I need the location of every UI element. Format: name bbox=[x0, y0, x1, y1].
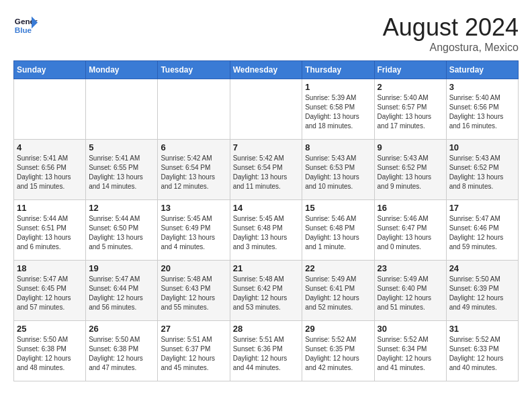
day-number: 24 bbox=[449, 263, 515, 273]
calendar-cell bbox=[230, 79, 302, 140]
day-info: Sunrise: 5:49 AM Sunset: 6:41 PM Dayligh… bbox=[305, 275, 371, 312]
day-info: Sunrise: 5:48 AM Sunset: 6:43 PM Dayligh… bbox=[161, 275, 226, 312]
title-block: August 2024 Angostura, Mexico bbox=[383, 13, 519, 54]
calendar-cell: 31Sunrise: 5:52 AM Sunset: 6:33 PM Dayli… bbox=[446, 321, 518, 381]
logo: General Blue bbox=[13, 13, 38, 38]
calendar-cell: 21Sunrise: 5:48 AM Sunset: 6:42 PM Dayli… bbox=[230, 261, 302, 321]
day-info: Sunrise: 5:42 AM Sunset: 6:54 PM Dayligh… bbox=[161, 154, 226, 191]
week-row-5: 25Sunrise: 5:50 AM Sunset: 6:38 PM Dayli… bbox=[14, 321, 519, 381]
day-number: 1 bbox=[305, 82, 371, 92]
calendar-cell: 17Sunrise: 5:47 AM Sunset: 6:46 PM Dayli… bbox=[446, 200, 518, 261]
day-info: Sunrise: 5:47 AM Sunset: 6:45 PM Dayligh… bbox=[17, 275, 83, 312]
calendar-cell: 15Sunrise: 5:46 AM Sunset: 6:48 PM Dayli… bbox=[302, 200, 374, 261]
day-number: 16 bbox=[378, 203, 443, 213]
header-saturday: Saturday bbox=[446, 61, 518, 79]
day-number: 26 bbox=[89, 324, 154, 334]
header-monday: Monday bbox=[86, 61, 158, 79]
day-number: 3 bbox=[449, 82, 515, 92]
day-info: Sunrise: 5:50 AM Sunset: 6:39 PM Dayligh… bbox=[449, 275, 515, 312]
day-info: Sunrise: 5:39 AM Sunset: 6:58 PM Dayligh… bbox=[305, 93, 371, 131]
day-info: Sunrise: 5:43 AM Sunset: 6:52 PM Dayligh… bbox=[449, 154, 515, 191]
calendar-cell: 29Sunrise: 5:52 AM Sunset: 6:35 PM Dayli… bbox=[302, 321, 374, 381]
calendar-cell: 19Sunrise: 5:47 AM Sunset: 6:44 PM Dayli… bbox=[86, 261, 158, 321]
calendar-cell: 13Sunrise: 5:45 AM Sunset: 6:49 PM Dayli… bbox=[158, 200, 230, 261]
day-info: Sunrise: 5:46 AM Sunset: 6:47 PM Dayligh… bbox=[378, 214, 443, 252]
day-info: Sunrise: 5:43 AM Sunset: 6:52 PM Dayligh… bbox=[378, 154, 443, 191]
location: Angostura, Mexico bbox=[383, 42, 519, 54]
calendar-cell: 9Sunrise: 5:43 AM Sunset: 6:52 PM Daylig… bbox=[374, 140, 446, 200]
calendar-cell: 8Sunrise: 5:43 AM Sunset: 6:53 PM Daylig… bbox=[302, 140, 374, 200]
day-info: Sunrise: 5:48 AM Sunset: 6:42 PM Dayligh… bbox=[233, 275, 300, 312]
day-number: 6 bbox=[161, 142, 226, 152]
svg-text:Blue: Blue bbox=[15, 26, 32, 34]
week-row-4: 18Sunrise: 5:47 AM Sunset: 6:45 PM Dayli… bbox=[14, 261, 519, 321]
day-number: 21 bbox=[233, 263, 300, 273]
day-number: 14 bbox=[233, 203, 300, 213]
calendar-table: SundayMondayTuesdayWednesdayThursdayFrid… bbox=[13, 60, 519, 381]
day-info: Sunrise: 5:44 AM Sunset: 6:51 PM Dayligh… bbox=[17, 214, 83, 252]
calendar-cell bbox=[158, 79, 230, 140]
day-number: 31 bbox=[449, 324, 515, 334]
header-tuesday: Tuesday bbox=[158, 61, 230, 79]
day-info: Sunrise: 5:50 AM Sunset: 6:38 PM Dayligh… bbox=[89, 335, 154, 373]
calendar-cell: 20Sunrise: 5:48 AM Sunset: 6:43 PM Dayli… bbox=[158, 261, 230, 321]
day-info: Sunrise: 5:47 AM Sunset: 6:46 PM Dayligh… bbox=[449, 214, 515, 252]
day-number: 29 bbox=[305, 324, 371, 334]
calendar-cell: 12Sunrise: 5:44 AM Sunset: 6:50 PM Dayli… bbox=[86, 200, 158, 261]
day-number: 19 bbox=[89, 263, 154, 273]
day-info: Sunrise: 5:45 AM Sunset: 6:49 PM Dayligh… bbox=[161, 214, 226, 252]
day-number: 7 bbox=[233, 142, 300, 152]
day-number: 8 bbox=[305, 142, 371, 152]
calendar-cell: 1Sunrise: 5:39 AM Sunset: 6:58 PM Daylig… bbox=[302, 79, 374, 140]
day-number: 27 bbox=[161, 324, 226, 334]
calendar-cell: 28Sunrise: 5:51 AM Sunset: 6:36 PM Dayli… bbox=[230, 321, 302, 381]
calendar-cell: 14Sunrise: 5:45 AM Sunset: 6:48 PM Dayli… bbox=[230, 200, 302, 261]
calendar-cell: 11Sunrise: 5:44 AM Sunset: 6:51 PM Dayli… bbox=[14, 200, 86, 261]
day-info: Sunrise: 5:47 AM Sunset: 6:44 PM Dayligh… bbox=[89, 275, 154, 312]
calendar-cell: 30Sunrise: 5:52 AM Sunset: 6:34 PM Dayli… bbox=[374, 321, 446, 381]
calendar-cell: 26Sunrise: 5:50 AM Sunset: 6:38 PM Dayli… bbox=[86, 321, 158, 381]
calendar-cell: 7Sunrise: 5:42 AM Sunset: 6:54 PM Daylig… bbox=[230, 140, 302, 200]
calendar-cell: 4Sunrise: 5:41 AM Sunset: 6:56 PM Daylig… bbox=[14, 140, 86, 200]
day-info: Sunrise: 5:45 AM Sunset: 6:48 PM Dayligh… bbox=[233, 214, 300, 252]
day-number: 9 bbox=[378, 142, 443, 152]
week-row-3: 11Sunrise: 5:44 AM Sunset: 6:51 PM Dayli… bbox=[14, 200, 519, 261]
week-row-1: 1Sunrise: 5:39 AM Sunset: 6:58 PM Daylig… bbox=[14, 79, 519, 140]
day-info: Sunrise: 5:44 AM Sunset: 6:50 PM Dayligh… bbox=[89, 214, 154, 252]
day-number: 22 bbox=[305, 263, 371, 273]
day-info: Sunrise: 5:52 AM Sunset: 6:33 PM Dayligh… bbox=[449, 335, 515, 373]
day-number: 2 bbox=[378, 82, 443, 92]
day-number: 17 bbox=[449, 203, 515, 213]
day-info: Sunrise: 5:46 AM Sunset: 6:48 PM Dayligh… bbox=[305, 214, 371, 252]
day-number: 11 bbox=[17, 203, 83, 213]
day-number: 13 bbox=[161, 203, 226, 213]
day-number: 12 bbox=[89, 203, 154, 213]
day-info: Sunrise: 5:50 AM Sunset: 6:38 PM Dayligh… bbox=[17, 335, 83, 373]
day-number: 5 bbox=[89, 142, 154, 152]
calendar-cell: 18Sunrise: 5:47 AM Sunset: 6:45 PM Dayli… bbox=[14, 261, 86, 321]
calendar-cell: 22Sunrise: 5:49 AM Sunset: 6:41 PM Dayli… bbox=[302, 261, 374, 321]
day-number: 18 bbox=[17, 263, 83, 273]
calendar-cell: 23Sunrise: 5:49 AM Sunset: 6:40 PM Dayli… bbox=[374, 261, 446, 321]
calendar-cell: 10Sunrise: 5:43 AM Sunset: 6:52 PM Dayli… bbox=[446, 140, 518, 200]
header-wednesday: Wednesday bbox=[230, 61, 302, 79]
header-friday: Friday bbox=[374, 61, 446, 79]
day-info: Sunrise: 5:52 AM Sunset: 6:35 PM Dayligh… bbox=[305, 335, 371, 373]
day-number: 15 bbox=[305, 203, 371, 213]
day-info: Sunrise: 5:43 AM Sunset: 6:53 PM Dayligh… bbox=[305, 154, 371, 191]
header-thursday: Thursday bbox=[302, 61, 374, 79]
calendar-cell: 25Sunrise: 5:50 AM Sunset: 6:38 PM Dayli… bbox=[14, 321, 86, 381]
calendar-cell bbox=[86, 79, 158, 140]
day-number: 23 bbox=[378, 263, 443, 273]
month-year: August 2024 bbox=[383, 13, 519, 42]
weekday-header-row: SundayMondayTuesdayWednesdayThursdayFrid… bbox=[14, 61, 519, 79]
day-info: Sunrise: 5:40 AM Sunset: 6:56 PM Dayligh… bbox=[449, 93, 515, 131]
day-number: 30 bbox=[378, 324, 443, 334]
day-info: Sunrise: 5:51 AM Sunset: 6:36 PM Dayligh… bbox=[233, 335, 300, 373]
calendar-cell: 3Sunrise: 5:40 AM Sunset: 6:56 PM Daylig… bbox=[446, 79, 518, 140]
page-header: General Blue August 2024 Angostura, Mexi… bbox=[13, 13, 519, 54]
day-info: Sunrise: 5:49 AM Sunset: 6:40 PM Dayligh… bbox=[378, 275, 443, 312]
day-info: Sunrise: 5:51 AM Sunset: 6:37 PM Dayligh… bbox=[161, 335, 226, 373]
day-info: Sunrise: 5:40 AM Sunset: 6:57 PM Dayligh… bbox=[378, 93, 443, 131]
day-info: Sunrise: 5:41 AM Sunset: 6:55 PM Dayligh… bbox=[89, 154, 154, 191]
